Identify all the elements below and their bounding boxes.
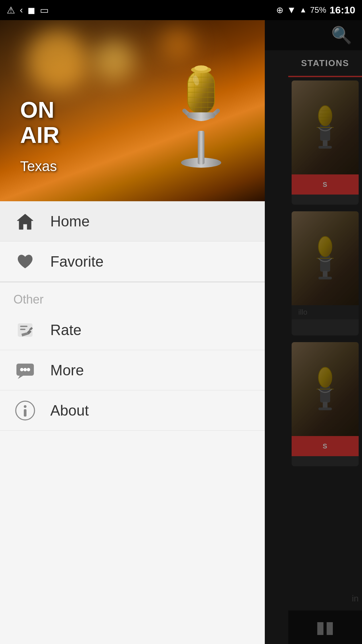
menu-item-favorite[interactable]: Favorite [0, 241, 265, 282]
svg-marker-42 [18, 376, 23, 379]
home-icon-container [13, 210, 37, 233]
on-air-text: ON AIR [20, 97, 59, 148]
rate-icon [15, 320, 36, 340]
svg-rect-39 [20, 329, 25, 330]
about-icon-container [13, 399, 37, 422]
image-icon: ◼ [27, 5, 35, 16]
svg-point-34 [194, 65, 208, 71]
favorite-label: Favorite [50, 253, 104, 270]
svg-point-47 [24, 405, 26, 408]
svg-point-43 [20, 368, 23, 371]
svg-rect-48 [24, 409, 26, 417]
rate-label: Rate [50, 322, 81, 338]
home-icon [15, 211, 35, 231]
menu-item-about[interactable]: About [0, 390, 265, 431]
heart-icon [15, 252, 35, 272]
more-label: More [50, 362, 84, 379]
main-container: 🔍 STATIONS [0, 20, 362, 644]
svg-rect-20 [198, 131, 204, 164]
other-section-label: Other [0, 282, 265, 310]
menu-item-rate[interactable]: Rate [0, 310, 265, 350]
about-label: About [50, 402, 89, 419]
about-icon [14, 400, 36, 421]
battery-level: 75% [310, 5, 326, 15]
hero-microphone [164, 37, 238, 171]
svg-point-45 [27, 368, 30, 371]
heart-icon-container [13, 250, 37, 273]
wifi-icon: ▼ [287, 5, 296, 15]
svg-marker-36 [17, 214, 33, 229]
status-bar: ⚠ ‹ ◼ ▭ ⊕ ▼ ▲ 75% 16:10 [0, 0, 362, 20]
drawer-hero: ON AIR Texas [0, 20, 265, 201]
rate-icon-container [13, 318, 37, 342]
texas-text: Texas [20, 158, 57, 174]
menu-item-more[interactable]: More [0, 350, 265, 390]
status-time: 16:10 [329, 4, 355, 16]
drawer-menu: Home Favorite Other [0, 201, 265, 644]
more-icon-container [13, 359, 37, 382]
add-circle-icon: ⊕ [276, 5, 284, 15]
square-icon: ▭ [40, 5, 49, 16]
status-bar-right: ⊕ ▼ ▲ 75% 16:10 [276, 4, 355, 16]
signal-icon: ▲ [299, 6, 307, 14]
status-bar-left: ⚠ ‹ ◼ ▭ [7, 5, 49, 16]
svg-rect-35 [187, 112, 215, 118]
notification-icon: ⚠ [7, 5, 15, 16]
home-label: Home [50, 213, 89, 230]
more-icon [14, 360, 36, 381]
svg-point-44 [23, 368, 27, 371]
menu-item-home[interactable]: Home [0, 201, 265, 241]
back-icon[interactable]: ‹ [20, 5, 23, 15]
svg-rect-38 [20, 326, 27, 327]
navigation-drawer: ON AIR Texas Home [0, 20, 265, 644]
